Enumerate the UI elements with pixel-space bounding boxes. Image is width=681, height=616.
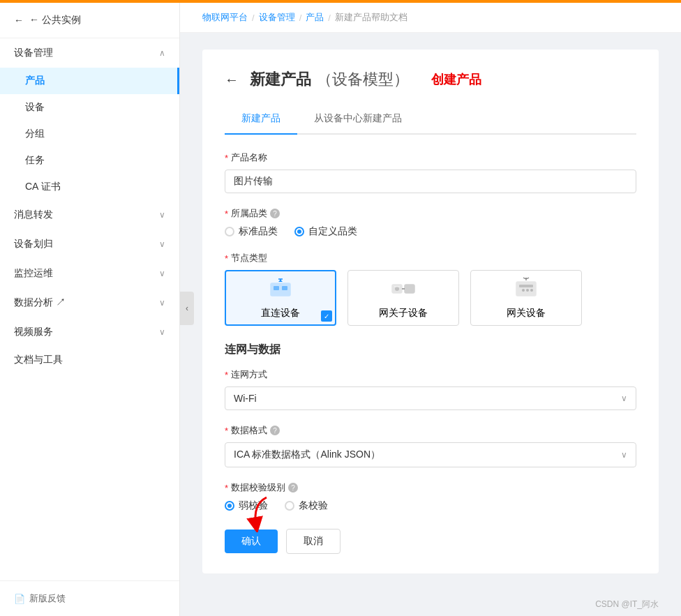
attribution-text: CSDN @IT_阿水 (595, 599, 659, 609)
data-format-select[interactable]: ICA 标准数据格式（Alink JSON） ∨ (225, 442, 636, 467)
cancel-button[interactable]: 取消 (286, 529, 340, 554)
breadcrumb-sep-2: / (299, 13, 302, 23)
product-name-field: * 产品名称 (225, 151, 636, 193)
required-star-6: * (225, 483, 228, 493)
sidebar-item-ca-cert[interactable]: CA 证书 (0, 174, 179, 200)
data-analysis-label: 数据分析 ↗ (14, 296, 66, 309)
page-subtitle: （设备模型） (317, 69, 409, 90)
sidebar-collapse-toggle[interactable]: ‹ (180, 292, 194, 325)
radio-weak-verify[interactable]: 弱校验 (225, 499, 268, 512)
feedback-button[interactable]: 📄 新版反馈 (0, 580, 179, 616)
svg-point-9 (530, 289, 533, 292)
tab-from-device-center[interactable]: 从设备中心新建产品 (297, 104, 419, 135)
category-radio-group: 标准品类 自定义品类 (225, 225, 636, 238)
monitor-label: 监控运维 (14, 267, 53, 280)
chevron-down-icon-msg: ∨ (159, 210, 165, 220)
direct-device-icon (268, 276, 293, 301)
connection-field: * 连网方式 Wi-Fi ∨ (225, 368, 636, 410)
node-card-direct-label: 直连设备 (261, 307, 300, 320)
connection-value: Wi-Fi (234, 393, 257, 404)
radio-strict-verify[interactable]: 条校验 (285, 499, 328, 512)
svg-point-11 (522, 289, 525, 292)
required-star-3: * (225, 253, 228, 264)
content-area: 物联网平台 / 设备管理 / 产品 / 新建产品帮助文档 ← 新建产品 （设备模… (180, 3, 681, 616)
radio-custom-label: 自定义品类 (308, 225, 357, 238)
node-card-gateway-sub[interactable]: 网关子设备 (347, 270, 459, 326)
confirm-button[interactable]: 确认 (225, 529, 278, 553)
chevron-down-icon-video: ∨ (159, 327, 165, 337)
sidebar-group-video[interactable]: 视频服务 ∨ (0, 317, 179, 347)
node-card-gateway[interactable]: 网关设备 (470, 270, 582, 326)
chevron-down-icon-monitor: ∨ (159, 269, 165, 278)
svg-rect-8 (519, 285, 533, 287)
page-header: ← 新建产品 （设备模型） 创建产品 (225, 69, 636, 90)
radio-standard-category[interactable]: 标准品类 (225, 225, 278, 238)
gateway-icon (514, 276, 539, 301)
data-format-label: * 数据格式 ? (225, 424, 636, 437)
node-type-label: * 节点类型 (225, 252, 636, 264)
product-name-input[interactable] (225, 170, 636, 193)
radio-standard-label: 标准品类 (239, 225, 278, 238)
connection-select[interactable]: Wi-Fi ∨ (225, 386, 636, 410)
sidebar-group-monitor[interactable]: 监控运维 ∨ (0, 259, 179, 288)
page-back-button[interactable]: ← (225, 72, 239, 88)
breadcrumb: 物联网平台 / 设备管理 / 产品 / 新建产品帮助文档 (180, 3, 681, 33)
data-format-help-icon[interactable]: ? (270, 426, 280, 435)
svg-marker-3 (278, 280, 283, 282)
node-card-direct[interactable]: 直连设备 ✓ (225, 270, 336, 326)
connectivity-section-title: 连网与数据 (225, 343, 636, 357)
radio-standard-circle (225, 227, 234, 236)
svg-rect-5 (405, 285, 414, 293)
back-label: ← 公共实例 (29, 14, 81, 27)
data-verify-label-text: 数据校验级别 (231, 481, 285, 494)
radio-strict-circle (285, 501, 294, 511)
form-buttons: 确认 取消 (225, 529, 636, 554)
device-assign-label: 设备划归 (14, 238, 53, 250)
back-arrow-icon: ← (14, 15, 24, 26)
category-help-icon[interactable]: ? (270, 209, 280, 218)
sidebar-device-management-section: 设备管理 ∧ 产品 设备 分组 任务 CA 证书 (0, 38, 179, 200)
breadcrumb-item-3[interactable]: 产品 (306, 11, 324, 24)
collapse-arrow-icon: ‹ (186, 303, 188, 313)
sidebar-item-docs-tools[interactable]: 文档与工具 (0, 347, 179, 373)
data-verify-label: * 数据校验级别 ? (225, 481, 636, 494)
node-type-label-text: 节点类型 (231, 252, 267, 264)
chevron-up-icon: ∧ (159, 48, 165, 58)
required-star-1: * (225, 153, 228, 163)
sidebar-item-group[interactable]: 分组 (0, 121, 179, 147)
sidebar: ← ← 公共实例 设备管理 ∧ 产品 设备 分组 任务 CA 证书 消息转发 ∨… (0, 3, 180, 616)
data-verify-help-icon[interactable]: ? (288, 483, 298, 493)
connection-label-text: 连网方式 (231, 368, 267, 381)
svg-rect-2 (282, 286, 287, 290)
gateway-sub-icon (391, 276, 416, 301)
breadcrumb-item-1[interactable]: 物联网平台 (202, 11, 248, 24)
sidebar-group-data-analysis[interactable]: 数据分析 ↗ ∨ (0, 288, 179, 317)
msg-forward-label: 消息转发 (14, 209, 53, 221)
data-verify-radio-group: 弱校验 条校验 (225, 499, 636, 512)
radio-custom-category[interactable]: 自定义品类 (294, 225, 357, 238)
product-name-label-text: 产品名称 (231, 151, 267, 164)
node-card-gateway-label: 网关设备 (507, 307, 546, 320)
tab-new-product[interactable]: 新建产品 (225, 104, 297, 135)
breadcrumb-sep-3: / (328, 13, 331, 23)
sidebar-group-device-assign[interactable]: 设备划归 ∨ (0, 230, 179, 259)
breadcrumb-item-2[interactable]: 设备管理 (259, 11, 295, 24)
sidebar-group-device-management[interactable]: 设备管理 ∧ (0, 38, 179, 68)
page-body: ← 新建产品 （设备模型） 创建产品 新建产品 从设备中心新建产品 * (180, 33, 681, 593)
chevron-down-icon-data: ∨ (159, 298, 165, 308)
sidebar-group-message-forward[interactable]: 消息转发 ∨ (0, 200, 179, 230)
data-format-field: * 数据格式 ? ICA 标准数据格式（Alink JSON） ∨ (225, 424, 636, 467)
sidebar-item-product[interactable]: 产品 (0, 68, 179, 94)
radio-weak-label: 弱校验 (239, 499, 268, 512)
page-title-text: 新建产品 (250, 69, 311, 90)
button-area: 确认 取消 (225, 529, 636, 554)
video-label: 视频服务 (14, 326, 53, 338)
back-to-public-button[interactable]: ← ← 公共实例 (0, 3, 179, 38)
svg-point-10 (526, 289, 529, 292)
data-format-value: ICA 标准数据格式（Alink JSON） (234, 449, 380, 461)
content-footer: CSDN @IT_阿水 (180, 593, 681, 616)
required-star-2: * (225, 209, 228, 219)
node-type-group: 直连设备 ✓ 网关子设备 (225, 270, 636, 326)
sidebar-item-device[interactable]: 设备 (0, 94, 179, 121)
sidebar-item-task[interactable]: 任务 (0, 147, 179, 174)
